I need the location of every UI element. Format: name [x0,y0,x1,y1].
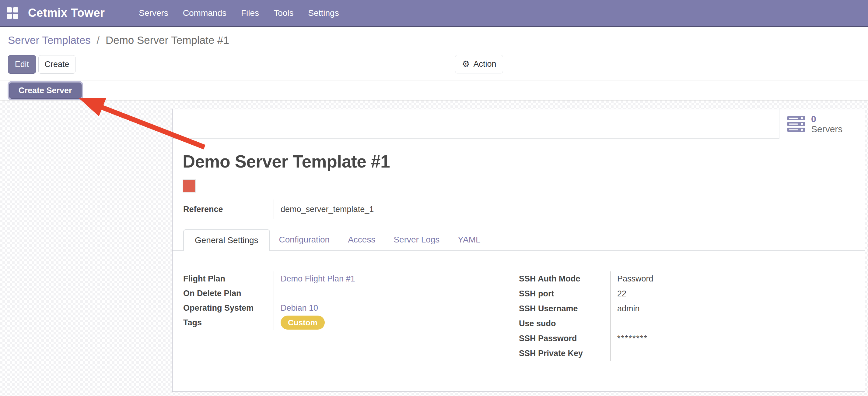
field-row-ssh-auth-mode: SSH Auth Mode Password [519,272,855,286]
nav-item-commands[interactable]: Commands [183,8,226,18]
top-navbar: Cetmix Tower Servers Commands Files Tool… [0,0,868,27]
nav-item-servers[interactable]: Servers [139,8,168,18]
field-row-ssh-password: SSH Password ******** [519,331,855,346]
field-row-flight-plan: Flight Plan Demo Flight Plan #1 [183,272,506,286]
reference-label: Reference [183,205,274,214]
ssh-private-key-label: SSH Private Key [519,349,610,358]
breadcrumb-current: Demo Server Template #1 [105,34,229,46]
field-group-right: SSH Auth Mode Password SSH port 22 SSH U… [519,272,855,361]
nav-item-files[interactable]: Files [241,8,259,18]
reference-row: Reference demo_server_template_1 [183,200,506,219]
breadcrumb: Server Templates / Demo Server Template … [8,34,229,46]
flight-plan-label: Flight Plan [183,274,274,284]
ssh-auth-mode-label: SSH Auth Mode [519,274,610,284]
ssh-auth-mode-value: Password [610,272,855,286]
page-title: Demo Server Template #1 [183,151,390,171]
status-bar: Create Server [0,80,868,101]
create-button[interactable]: Create [38,55,75,74]
reference-value: demo_server_template_1 [274,200,506,219]
on-delete-plan-value [274,286,506,301]
field-row-tags: Tags Custom [183,315,506,330]
field-row-operating-system: Operating System Debian 10 [183,301,506,315]
ssh-username-value: admin [610,301,855,316]
use-sudo-label: Use sudo [519,319,610,329]
edit-button[interactable]: Edit [8,55,36,74]
server-template-sheet: 0 Servers Demo Server Template #1 Refere… [172,109,865,392]
tags-label: Tags [183,318,274,328]
tab-configuration[interactable]: Configuration [270,229,339,250]
field-group-left: Flight Plan Demo Flight Plan #1 On Delet… [183,272,506,330]
sheet-header: 0 Servers [173,109,865,139]
ssh-port-label: SSH port [519,289,610,299]
ssh-port-value: 22 [610,286,855,301]
operating-system-label: Operating System [183,303,274,313]
action-button[interactable]: ⚙ Action [455,55,503,74]
operating-system-link[interactable]: Debian 10 [281,303,318,313]
field-row-ssh-port: SSH port 22 [519,286,855,301]
breadcrumb-separator: / [96,34,99,46]
flight-plan-link[interactable]: Demo Flight Plan #1 [281,274,355,284]
servers-count-label: Servers [811,124,842,134]
form-canvas: 0 Servers Demo Server Template #1 Refere… [0,101,868,396]
breadcrumb-parent-link[interactable]: Server Templates [8,34,91,46]
field-row-use-sudo: Use sudo [519,316,855,331]
field-row-on-delete-plan: On Delete Plan [183,286,506,301]
tab-server-logs[interactable]: Server Logs [384,229,448,250]
field-row-ssh-private-key: SSH Private Key [519,346,855,361]
nav-item-settings[interactable]: Settings [308,8,339,18]
ssh-private-key-value [610,346,855,361]
gear-icon: ⚙ [462,60,470,68]
tag-badge: Custom [281,316,325,330]
servers-count: 0 [811,114,842,124]
servers-icon [787,116,805,132]
brand-title[interactable]: Cetmix Tower [28,6,105,20]
notebook-tabs: General Settings Configuration Access Se… [173,229,865,251]
page: Cetmix Tower Servers Commands Files Tool… [0,0,868,396]
servers-stat-button[interactable]: 0 Servers [779,109,865,139]
field-row-ssh-username: SSH Username admin [519,301,855,316]
on-delete-plan-label: On Delete Plan [183,289,274,298]
ssh-password-label: SSH Password [519,334,610,343]
ssh-password-value: ******** [610,331,855,346]
navbar-menu: Servers Commands Files Tools Settings [139,8,339,18]
tab-yaml[interactable]: YAML [448,229,489,250]
stat-text: 0 Servers [811,114,842,134]
ssh-username-label: SSH Username [519,304,610,313]
apps-menu-icon[interactable] [7,7,18,19]
color-swatch [183,179,196,193]
use-sudo-value [610,316,855,331]
nav-item-tools[interactable]: Tools [274,8,293,18]
action-button-label: Action [473,59,496,69]
create-server-button[interactable]: Create Server [9,83,82,99]
tab-access[interactable]: Access [339,229,384,250]
tab-general-settings[interactable]: General Settings [183,229,270,251]
